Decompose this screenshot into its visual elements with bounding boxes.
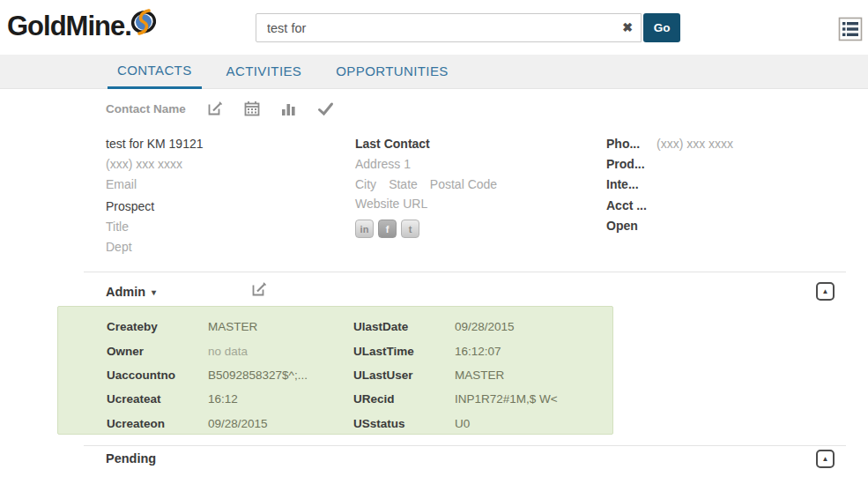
global-search: ✖ Go — [256, 13, 680, 42]
admin-section-header[interactable]: Admin ▾ — [106, 285, 156, 299]
field-label: Ucreateon — [107, 417, 208, 430]
bar-chart-icon[interactable] — [281, 101, 296, 116]
calendar-icon[interactable] — [244, 101, 260, 116]
field-label: ULastTime — [353, 345, 455, 358]
pending-section-header[interactable]: Pending — [106, 451, 156, 465]
admin-field-row: Ucreateon 09/28/2015 — [107, 412, 308, 436]
field-label: USstatus — [353, 417, 455, 430]
admin-fields-right: UlastDate 09/28/2015 ULastTime 16:12:07 … — [353, 315, 558, 436]
goldmine-swirl-icon — [128, 5, 160, 41]
tab-activities[interactable]: ACTIVITIES — [217, 55, 312, 89]
summary-row-open: Open — [606, 216, 853, 236]
address1-placeholder[interactable]: Address 1 — [355, 154, 593, 175]
admin-field-row: UlastDate 09/28/2015 — [353, 315, 558, 339]
field-label: URecid — [353, 392, 455, 406]
field-label: Owner — [107, 345, 208, 358]
search-input[interactable] — [256, 13, 642, 42]
last-contact-label[interactable]: Last Contact — [355, 134, 593, 154]
goldmine-logo-text: GoldMine. — [7, 11, 131, 42]
field-value: 16:12 — [208, 392, 238, 406]
summary-label: Pho... — [606, 134, 657, 154]
field-value: 09/28/2015 — [208, 417, 268, 430]
field-label: Uaccountno — [107, 369, 208, 382]
website-url-placeholder[interactable]: Website URL — [355, 194, 593, 214]
admin-field-row: Owner no data — [107, 339, 308, 362]
city-placeholder[interactable]: City — [355, 177, 376, 191]
search-go-button[interactable]: Go — [643, 13, 680, 42]
tab-opportunities[interactable]: OPPORTUNITIES — [326, 55, 457, 89]
admin-field-row: USstatus U0 — [353, 412, 558, 436]
pending-collapse-button[interactable]: ▲ — [816, 450, 835, 468]
contact-primary-column: test for KM 19121 (xxx) xxx xxxx Email P… — [106, 134, 344, 257]
field-value: MASTER — [455, 369, 504, 382]
section-divider — [84, 445, 846, 446]
admin-collapse-button[interactable]: ▲ — [816, 282, 835, 301]
edit-icon[interactable] — [207, 101, 223, 116]
summary-value[interactable]: (xxx) xxx xxxx — [657, 134, 733, 154]
contact-card-header: Contact Name — [106, 101, 355, 116]
summary-row-interest: Inte... — [606, 175, 853, 195]
phone-placeholder[interactable]: (xxx) xxx xxxx — [106, 154, 344, 175]
field-value: 09/28/2015 — [455, 320, 515, 333]
contact-name-value[interactable]: test for KM 19121 — [106, 134, 344, 154]
field-value: 16:12:07 — [455, 345, 501, 358]
field-label: Createby — [107, 320, 208, 333]
email-placeholder[interactable]: Email — [106, 175, 344, 195]
facebook-icon[interactable]: f — [378, 220, 397, 238]
chevron-down-icon: ▾ — [152, 287, 156, 297]
goldmine-app: GoldMine. ✖ Go — [0, 0, 868, 484]
admin-field-row: URecid INP1R72#1M,$ W< — [353, 387, 558, 411]
city-state-postal-row: CityStatePostal Code — [355, 175, 593, 195]
field-label: Ucreateat — [107, 392, 208, 406]
summary-row-product: Prod... — [606, 154, 853, 175]
dept-placeholder[interactable]: Dept — [106, 237, 344, 257]
twitter-icon[interactable]: t — [401, 220, 419, 238]
admin-field-row: ULastUser MASTER — [353, 363, 558, 387]
pending-section-title: Pending — [106, 451, 156, 465]
contact-summary-column: Pho... (xxx) xxx xxxx Prod... Inte... Ac… — [606, 134, 853, 236]
search-clear-icon[interactable]: ✖ — [622, 19, 633, 35]
goldmine-logo[interactable]: GoldMine. — [7, 11, 160, 42]
summary-label: Inte... — [606, 175, 657, 195]
summary-row-acct: Acct ... — [606, 196, 853, 216]
field-label: UlastDate — [353, 320, 455, 333]
summary-label: Acct ... — [606, 196, 657, 216]
field-value: INP1R72#1M,$ W< — [455, 392, 558, 406]
field-value: B5092858327$^;... — [208, 369, 308, 382]
search-box: ✖ — [256, 13, 642, 42]
admin-field-row: Ucreateat 16:12 — [107, 387, 308, 411]
title-placeholder[interactable]: Title — [106, 217, 344, 237]
admin-edit-icon[interactable] — [251, 281, 267, 301]
field-label: ULastUser — [353, 369, 455, 382]
list-view-icon[interactable] — [838, 17, 863, 41]
admin-fields-panel: Createby MASTER Owner no data Uaccountno… — [57, 306, 613, 435]
admin-fields-left: Createby MASTER Owner no data Uaccountno… — [107, 315, 308, 436]
summary-label: Prod... — [606, 154, 657, 175]
top-header: GoldMine. ✖ Go — [0, 0, 868, 55]
admin-field-row: Createby MASTER — [107, 315, 308, 339]
main-nav-tabs: CONTACTS ACTIVITIES OPPORTUNITIES — [0, 55, 868, 89]
contact-detail-view: Contact Name — [0, 89, 868, 484]
summary-row-phone: Pho... (xxx) xxx xxxx — [606, 134, 853, 154]
contact-name-label: Contact Name — [106, 102, 186, 115]
record-type-value[interactable]: Prospect — [106, 197, 344, 217]
field-value: no data — [208, 345, 248, 358]
section-divider — [84, 272, 846, 272]
social-links-row: in f t — [355, 220, 593, 238]
field-value: U0 — [455, 417, 470, 430]
admin-field-row: ULastTime 16:12:07 — [353, 339, 558, 362]
admin-field-row: Uaccountno B5092858327$^;... — [107, 363, 308, 387]
state-placeholder[interactable]: State — [389, 177, 418, 191]
summary-label: Open — [606, 216, 657, 236]
postal-code-placeholder[interactable]: Postal Code — [430, 177, 497, 191]
linkedin-icon[interactable]: in — [355, 220, 374, 238]
field-value: MASTER — [208, 320, 257, 333]
contact-address-column: Last Contact Address 1 CityStatePostal C… — [355, 134, 593, 238]
check-icon[interactable] — [317, 101, 334, 116]
admin-section-title: Admin — [106, 285, 145, 299]
tab-contacts[interactable]: CONTACTS — [108, 55, 202, 89]
